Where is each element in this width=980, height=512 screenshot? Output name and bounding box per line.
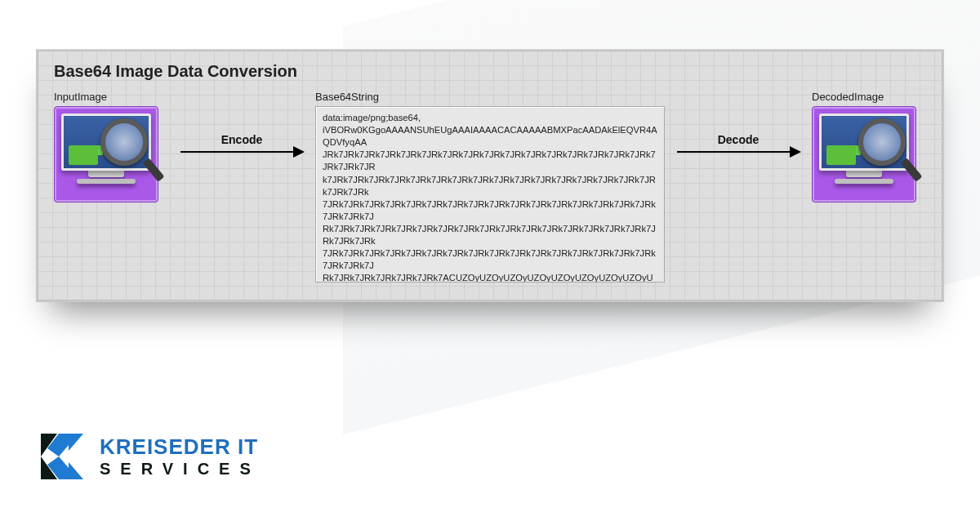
arrow-right-icon xyxy=(677,151,800,153)
panel-title: Base64 Image Data Conversion xyxy=(54,62,926,81)
logo-line1: KREISEDER IT xyxy=(100,434,261,460)
decode-arrow: Decode xyxy=(673,133,804,153)
decode-label: Decode xyxy=(718,133,760,146)
base64-output[interactable]: data:image/png;base64, iVBORw0KGgoAAAANS… xyxy=(315,106,665,283)
input-label: InputImage xyxy=(54,91,168,103)
input-image[interactable] xyxy=(54,106,158,203)
logo-mark-icon xyxy=(36,430,88,483)
output-column: DecodedImage xyxy=(812,91,926,203)
magnifier-icon xyxy=(100,118,153,171)
magnifier-monitor-icon xyxy=(819,114,909,195)
flow-row: InputImage Encode Base64String data:imag… xyxy=(54,91,926,283)
output-label: DecodedImage xyxy=(812,91,926,103)
logo-line2: SERVICES xyxy=(100,460,261,479)
base64-label: Base64String xyxy=(315,91,665,103)
base64-column: Base64String data:image/png;base64, iVBO… xyxy=(315,91,665,283)
logo-text: KREISEDER IT SERVICES xyxy=(100,434,261,479)
magnifier-monitor-icon xyxy=(61,114,151,195)
brand-logo: KREISEDER IT SERVICES xyxy=(36,430,261,483)
decoded-image[interactable] xyxy=(812,106,916,203)
encode-label: Encode xyxy=(221,133,263,146)
encode-arrow: Encode xyxy=(176,133,307,153)
magnifier-icon xyxy=(858,118,911,171)
conversion-panel: Base64 Image Data Conversion InputImage … xyxy=(36,49,944,302)
input-column: InputImage xyxy=(54,91,168,203)
arrow-right-icon xyxy=(180,151,303,153)
